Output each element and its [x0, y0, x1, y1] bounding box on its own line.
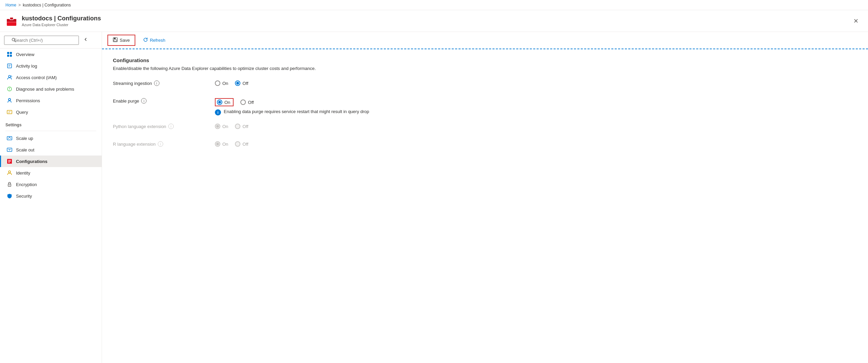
access-control-icon: [6, 74, 13, 80]
search-icon: [12, 38, 16, 42]
permissions-icon: [6, 97, 13, 104]
r-extension-info-icon[interactable]: i: [158, 141, 163, 147]
python-extension-row: Python language extension i On Off: [113, 122, 857, 133]
enable-purge-radio-group: On Off: [215, 97, 369, 106]
sidebar-label-configurations: Configurations: [16, 159, 47, 164]
identity-icon: [6, 170, 13, 176]
r-extension-label: R language extension i: [113, 140, 215, 147]
breadcrumb-separator: >: [18, 3, 21, 7]
sidebar-item-identity[interactable]: Identity: [0, 167, 102, 179]
python-extension-off-radio: [235, 124, 240, 129]
svg-rect-10: [7, 64, 12, 68]
sidebar-item-encryption[interactable]: Encryption: [0, 179, 102, 190]
content-area: Save Refresh Configurations Enable/disab…: [102, 32, 868, 363]
svg-rect-34: [114, 40, 117, 41]
enable-purge-off-radio[interactable]: [240, 99, 246, 105]
streaming-ingestion-off-radio[interactable]: [235, 80, 240, 86]
configurations-icon: [6, 158, 13, 164]
r-extension-on-option: On: [215, 141, 228, 147]
svg-point-17: [9, 90, 10, 90]
svg-point-13: [8, 75, 11, 77]
purge-notice-icon: i: [215, 109, 221, 115]
enable-purge-on-radio[interactable]: [217, 99, 222, 105]
svg-rect-2: [10, 17, 13, 20]
sidebar-label-scale-out: Scale out: [16, 147, 34, 152]
enable-purge-row: Enable purge i On: [113, 97, 857, 115]
streaming-ingestion-text: Streaming ingestion: [113, 81, 152, 86]
streaming-ingestion-off-option[interactable]: Off: [235, 80, 248, 86]
sidebar-label-permissions: Permissions: [16, 98, 40, 103]
purge-notice-text: Enabling data purge requires service res…: [224, 109, 369, 114]
sidebar-nav: Overview Activity log Access control (IA…: [0, 49, 102, 202]
python-extension-info-icon[interactable]: i: [168, 124, 174, 129]
python-extension-label: Python language extension i: [113, 122, 215, 129]
sidebar-item-permissions[interactable]: Permissions: [0, 95, 102, 106]
streaming-ingestion-on-option[interactable]: On: [215, 80, 228, 86]
svg-rect-9: [10, 55, 12, 57]
enable-purge-col: On Off i Enabling data purge requires se…: [215, 97, 369, 115]
r-extension-on-radio: [215, 141, 220, 147]
sidebar-item-scale-out[interactable]: Scale out: [0, 144, 102, 156]
svg-rect-3: [7, 22, 16, 22]
close-button[interactable]: ✕: [851, 16, 861, 26]
sidebar-item-query[interactable]: Query: [0, 106, 102, 118]
sidebar-label-encryption: Encryption: [16, 182, 37, 187]
sidebar-item-scale-up[interactable]: Scale up: [0, 132, 102, 144]
breadcrumb-current: kustodocs | Configurations: [23, 3, 71, 7]
python-extension-off-option: Off: [235, 124, 248, 129]
r-extension-radio-group: On Off: [215, 140, 248, 147]
svg-point-4: [12, 38, 15, 41]
sidebar-item-activity-log[interactable]: Activity log: [0, 60, 102, 72]
save-label: Save: [120, 38, 130, 43]
page-title: kustodocs | Configurations: [22, 15, 101, 22]
enable-purge-on-label: On: [224, 100, 230, 105]
sidebar-label-scale-up: Scale up: [16, 136, 33, 141]
python-extension-on-label: On: [222, 124, 228, 129]
security-icon: [6, 193, 13, 199]
refresh-icon: [143, 37, 148, 43]
config-description: Enable/disable the following Azure Data …: [113, 66, 857, 71]
svg-point-31: [9, 185, 10, 186]
sidebar-label-identity: Identity: [16, 170, 30, 176]
streaming-ingestion-radio-group: On Off: [215, 79, 248, 86]
settings-divider: [5, 131, 96, 131]
enable-purge-label: Enable purge i: [113, 97, 215, 104]
r-extension-off-radio: [235, 141, 240, 147]
python-extension-on-option: On: [215, 124, 228, 129]
streaming-ingestion-info-icon[interactable]: i: [154, 80, 159, 86]
svg-rect-20: [7, 110, 12, 114]
sidebar-label-diagnose: Diagnose and solve problems: [16, 87, 74, 92]
streaming-ingestion-label: Streaming ingestion i: [113, 79, 215, 86]
enable-purge-text: Enable purge: [113, 98, 139, 104]
sidebar-item-diagnose[interactable]: Diagnose and solve problems: [0, 83, 102, 95]
header-bar: kustodocs | Configurations Azure Data Ex…: [0, 10, 868, 32]
enable-purge-off-label: Off: [248, 100, 254, 105]
main-layout: Overview Activity log Access control (IA…: [0, 32, 868, 363]
enable-purge-on-option[interactable]: On: [215, 98, 234, 106]
sidebar-item-configurations[interactable]: Configurations: [0, 156, 102, 167]
sidebar-item-overview[interactable]: Overview: [0, 49, 102, 60]
breadcrumb-bar: Home > kustodocs | Configurations: [0, 0, 868, 10]
breadcrumb-home[interactable]: Home: [5, 3, 16, 7]
sidebar-item-access-control[interactable]: Access control (IAM): [0, 72, 102, 83]
streaming-ingestion-on-radio[interactable]: [215, 80, 220, 86]
header-title-block: kustodocs | Configurations Azure Data Ex…: [22, 15, 101, 27]
streaming-ingestion-on-label: On: [222, 81, 228, 86]
enable-purge-off-option[interactable]: Off: [240, 99, 254, 105]
svg-rect-8: [7, 55, 9, 57]
collapse-sidebar-button[interactable]: [82, 35, 90, 45]
r-extension-off-label: Off: [242, 142, 248, 147]
enable-purge-on-highlight: On: [215, 98, 234, 106]
python-extension-on-radio: [215, 124, 220, 129]
enable-purge-info-icon[interactable]: i: [141, 98, 147, 104]
save-button[interactable]: Save: [107, 35, 135, 46]
sidebar-label-activity-log: Activity log: [16, 63, 37, 69]
python-extension-text: Python language extension: [113, 124, 166, 129]
config-section-title: Configurations: [113, 57, 857, 63]
sidebar-item-security[interactable]: Security: [0, 190, 102, 202]
refresh-button[interactable]: Refresh: [138, 35, 171, 46]
python-extension-off-label: Off: [242, 124, 248, 129]
config-content: Configurations Enable/disable the follow…: [102, 49, 868, 166]
r-extension-on-label: On: [222, 142, 228, 147]
python-extension-radio-group: On Off: [215, 122, 248, 129]
